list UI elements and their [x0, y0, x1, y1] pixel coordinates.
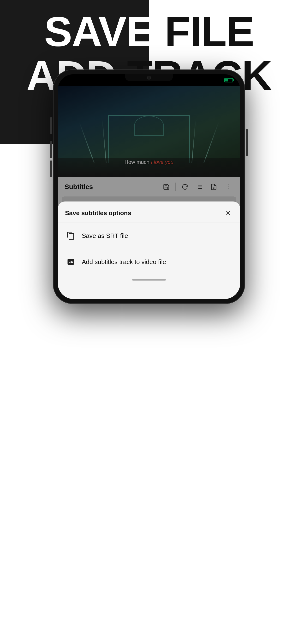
home-bar: [132, 279, 166, 280]
save-srt-label: Save as SRT file: [82, 232, 128, 240]
hero-line1: SAVE FILE: [0, 10, 298, 54]
file-copy-icon: [65, 230, 77, 242]
phone-wrapper: How much I love you Subtitles: [53, 70, 245, 304]
sheet-header: Save subtitles options: [58, 202, 240, 223]
add-track-option[interactable]: Add subtitles track to video file: [58, 249, 240, 275]
hero-save: SAVE: [44, 8, 154, 55]
add-track-label: Add subtitles track to video file: [82, 258, 166, 266]
phone-screen: How much I love you Subtitles: [58, 74, 240, 299]
sheet-close-button[interactable]: [223, 208, 233, 218]
closed-caption-icon: [65, 256, 77, 268]
home-indicator: [58, 275, 240, 284]
phone-frame: How much I love you Subtitles: [53, 70, 245, 304]
sheet-title: Save subtitles options: [65, 210, 131, 217]
bottom-sheet: Save subtitles options Save as SRT file: [58, 202, 240, 299]
hero-file: FILE: [165, 8, 254, 55]
save-srt-option[interactable]: Save as SRT file: [58, 223, 240, 249]
